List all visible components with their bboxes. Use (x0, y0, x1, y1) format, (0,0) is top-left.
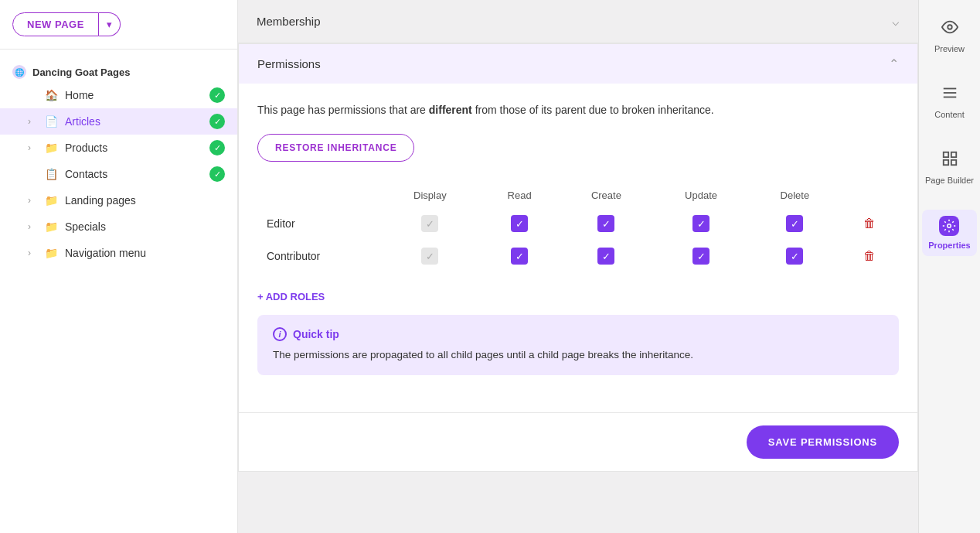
chevron-icon: › (28, 248, 40, 258)
role-contributor: Contributor (257, 240, 381, 272)
quick-tip-text: The permissions are propagated to all ch… (273, 347, 883, 363)
svg-rect-5 (951, 152, 955, 157)
inheritance-notice: This page has permissions that are diffe… (257, 102, 899, 118)
checkbox-editor-create[interactable]: ✓ (597, 215, 614, 232)
contributor-read[interactable]: ✓ (479, 240, 560, 272)
editor-update[interactable]: ✓ (652, 207, 749, 240)
info-icon: i (273, 327, 287, 341)
permissions-title: Permissions (257, 57, 321, 70)
contributor-create[interactable]: ✓ (560, 240, 652, 272)
membership-chevron-icon: ⌵ (892, 14, 900, 29)
checkbox-contributor-display[interactable]: ✓ (421, 248, 438, 265)
sidebar-item-label: Contacts (65, 168, 209, 180)
panel-label-page-builder: Page Builder (925, 176, 974, 185)
permissions-body: This page has permissions that are diffe… (239, 84, 917, 412)
content-icon (941, 84, 958, 105)
checkbox-editor-read[interactable]: ✓ (511, 215, 528, 232)
panel-item-properties[interactable]: Properties (922, 210, 976, 256)
permissions-footer: SAVE PERMISSIONS (239, 412, 917, 471)
right-panel: Preview Content Page Builder (918, 0, 980, 533)
editor-read[interactable]: ✓ (479, 207, 560, 240)
checkbox-contributor-read[interactable]: ✓ (511, 248, 528, 265)
new-page-button[interactable]: NEW PAGE (12, 12, 99, 36)
notice-bold: different (429, 104, 472, 116)
sidebar-item-label: Navigation menu (65, 247, 225, 259)
restore-inheritance-button[interactable]: RESTORE INHERITANCE (257, 134, 414, 162)
permissions-chevron-icon: ⌃ (889, 56, 899, 71)
col-action (840, 183, 899, 207)
navigation-menu-icon: 📁 (43, 245, 59, 261)
preview-icon (941, 19, 958, 39)
site-name: Dancing Goat Pages (32, 67, 130, 78)
contacts-icon: 📋 (43, 166, 59, 182)
col-update: Update (652, 183, 749, 207)
contributor-update[interactable]: ✓ (652, 240, 749, 272)
sidebar-item-products[interactable]: › 📁 Products ✓ (0, 135, 237, 161)
delete-editor-button[interactable]: 🗑 (863, 217, 876, 231)
new-page-dropdown-button[interactable]: ▾ (99, 12, 121, 36)
editor-delete[interactable]: ✓ (750, 207, 840, 240)
products-icon: 📁 (43, 140, 59, 155)
check-icon: ✓ (209, 87, 225, 103)
editor-create[interactable]: ✓ (560, 207, 652, 240)
contributor-delete[interactable]: ✓ (750, 240, 840, 272)
landing-pages-icon: 📁 (43, 193, 59, 208)
chevron-icon: › (28, 116, 40, 127)
save-permissions-button[interactable]: SAVE PERMISSIONS (747, 425, 899, 459)
page-builder-icon (941, 150, 958, 171)
panel-item-page-builder[interactable]: Page Builder (919, 144, 980, 191)
membership-title: Membership (257, 15, 321, 28)
properties-icon (939, 216, 959, 236)
chevron-icon: › (28, 142, 40, 153)
sidebar-item-specials[interactable]: › 📁 Specials (0, 214, 237, 240)
panel-item-preview[interactable]: Preview (928, 12, 971, 60)
main-content: Membership ⌵ Permissions ⌃ This page has… (238, 0, 918, 533)
svg-point-8 (948, 224, 951, 228)
checkbox-editor-update[interactable]: ✓ (692, 215, 709, 232)
table-row: Editor ✓ ✓ ✓ ✓ (257, 207, 899, 240)
chevron-icon: › (28, 221, 40, 232)
quick-tip-box: i Quick tip The permissions are propagat… (257, 315, 899, 375)
sidebar-item-label: Specials (65, 220, 225, 233)
sidebar-top: NEW PAGE ▾ (0, 12, 237, 50)
checkbox-contributor-delete[interactable]: ✓ (786, 248, 803, 265)
contributor-remove[interactable]: 🗑 (840, 240, 899, 272)
panel-item-content[interactable]: Content (928, 78, 971, 125)
sidebar: NEW PAGE ▾ 🌐 Dancing Goat Pages › 🏠 Home… (0, 0, 238, 533)
check-icon: ✓ (209, 114, 225, 129)
site-label: 🌐 Dancing Goat Pages (0, 56, 237, 82)
editor-remove[interactable]: 🗑 (840, 207, 899, 240)
sidebar-item-label: Articles (65, 115, 209, 128)
membership-section-header[interactable]: Membership ⌵ (238, 0, 918, 43)
checkbox-editor-delete[interactable]: ✓ (786, 215, 803, 232)
add-roles-button[interactable]: + ADD ROLES (257, 288, 325, 315)
svg-rect-6 (943, 160, 948, 165)
sidebar-item-landing-pages[interactable]: › 📁 Landing pages (0, 187, 237, 214)
svg-rect-7 (951, 160, 955, 165)
sidebar-item-home[interactable]: › 🏠 Home ✓ (0, 82, 237, 108)
panel-label-properties: Properties (928, 241, 970, 250)
checkbox-contributor-create[interactable]: ✓ (597, 248, 614, 265)
sidebar-item-label: Landing pages (65, 194, 225, 207)
panel-label-content: Content (934, 110, 965, 119)
articles-icon: 📄 (43, 114, 59, 129)
site-icon: 🌐 (12, 65, 26, 79)
col-create: Create (560, 183, 652, 207)
col-read: Read (479, 183, 560, 207)
sidebar-item-articles[interactable]: › 📄 Articles ✓ (0, 108, 237, 135)
contributor-display[interactable]: ✓ (381, 240, 479, 272)
col-role (257, 183, 381, 207)
col-display: Display (381, 183, 479, 207)
sidebar-item-contacts[interactable]: › 📋 Contacts ✓ (0, 161, 237, 187)
quick-tip-label: Quick tip (293, 328, 339, 340)
checkbox-contributor-update[interactable]: ✓ (692, 248, 709, 265)
sidebar-item-navigation-menu[interactable]: › 📁 Navigation menu (0, 240, 237, 266)
table-row: Contributor ✓ ✓ ✓ ✓ (257, 240, 899, 272)
col-delete: Delete (750, 183, 840, 207)
editor-display[interactable]: ✓ (381, 207, 479, 240)
delete-contributor-button[interactable]: 🗑 (863, 249, 876, 263)
checkbox-editor-display[interactable]: ✓ (421, 215, 438, 232)
chevron-icon: › (28, 195, 40, 206)
permissions-header[interactable]: Permissions ⌃ (239, 44, 917, 84)
specials-icon: 📁 (43, 219, 59, 234)
